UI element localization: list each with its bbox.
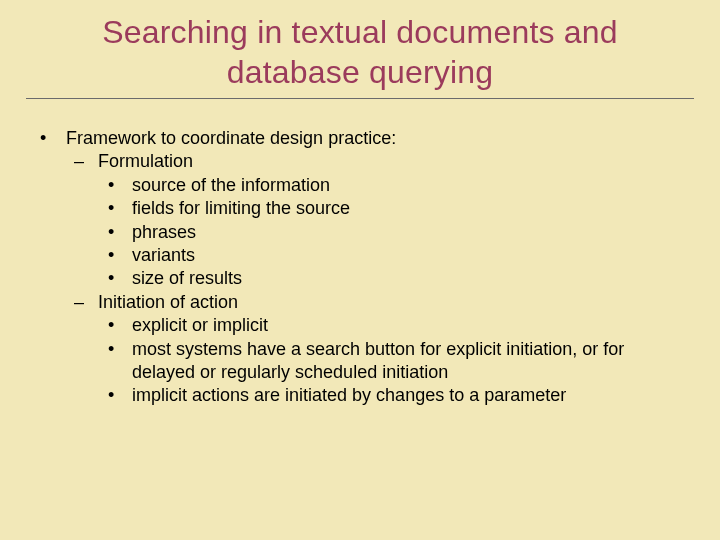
section-label: Initiation of action bbox=[98, 291, 238, 314]
bullet-level3: • bbox=[108, 384, 132, 407]
main-heading: Framework to coordinate design practice: bbox=[66, 127, 396, 150]
bullet-level3: • bbox=[108, 314, 132, 337]
list-item: variants bbox=[132, 244, 680, 267]
list-item: fields for limiting the source bbox=[132, 197, 680, 220]
bullet-level2: – bbox=[74, 150, 98, 173]
bullet-level1: • bbox=[40, 127, 66, 150]
list-item: size of results bbox=[132, 267, 680, 290]
slide-title: Searching in textual documents and datab… bbox=[40, 12, 680, 92]
bullet-level3: • bbox=[108, 197, 132, 220]
section-label: Formulation bbox=[98, 150, 193, 173]
bullet-level2: – bbox=[74, 291, 98, 314]
bullet-level3: • bbox=[108, 267, 132, 290]
bullet-level3: • bbox=[108, 244, 132, 267]
list-item: implicit actions are initiated by change… bbox=[132, 384, 680, 407]
bullet-level3: • bbox=[108, 338, 132, 361]
bullet-level3: • bbox=[108, 221, 132, 244]
list-item: source of the information bbox=[132, 174, 680, 197]
list-item: explicit or implicit bbox=[132, 314, 680, 337]
list-item: phrases bbox=[132, 221, 680, 244]
bullet-level3: • bbox=[108, 174, 132, 197]
content-area: • Framework to coordinate design practic… bbox=[0, 99, 720, 408]
list-item: most systems have a search button for ex… bbox=[132, 338, 680, 385]
